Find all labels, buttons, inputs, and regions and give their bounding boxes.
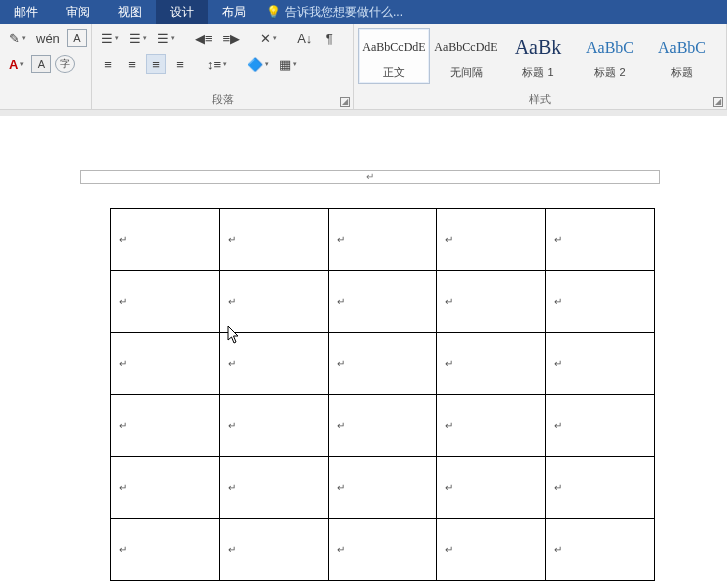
page: ↵ ↵↵↵↵↵↵↵↵↵↵↵↵↵↵↵↵↵↵↵↵↵↵↵↵↵↵↵↵↵↵ [80, 170, 660, 581]
numbering-button[interactable]: ☰▾ [126, 28, 150, 48]
paragraph-mark-icon: ↵ [366, 171, 374, 182]
horizontal-ruler-gap [0, 110, 727, 116]
ribbon: ✎▾ wén A A▾ A 字 ☰▾ ☰▾ ☰▾ [0, 24, 727, 110]
styles-group: AaBbCcDdE正文AaBbCcDdE无间隔AaBk标题 1AaBbC标题 2… [354, 24, 727, 109]
table-cell[interactable]: ↵ [111, 519, 220, 581]
style-name-label: 正文 [383, 65, 405, 80]
format-painter-button[interactable]: ✎▾ [6, 28, 29, 48]
align-left-button[interactable]: ≡ [98, 54, 118, 74]
table-cell[interactable]: ↵ [328, 271, 437, 333]
show-hide-marks-button[interactable]: ¶ [319, 28, 339, 48]
paragraph-dialog-launcher[interactable]: ◢ [340, 97, 350, 107]
multilevel-list-button[interactable]: ☰▾ [154, 28, 178, 48]
table-cell[interactable]: ↵ [219, 395, 328, 457]
character-border-button[interactable]: A [67, 29, 87, 47]
asian-layout-button[interactable]: ✕▾ [257, 28, 280, 48]
style-preview: AaBbC [647, 33, 717, 63]
align-distribute-button[interactable]: ≡ [170, 54, 190, 74]
tab-view[interactable]: 视图 [104, 0, 156, 24]
table-cell[interactable]: ↵ [111, 333, 220, 395]
table-cell[interactable]: ↵ [111, 457, 220, 519]
style-item-2[interactable]: AaBk标题 1 [502, 28, 574, 84]
style-item-4[interactable]: AaBbC标题 [646, 28, 718, 84]
borders-button[interactable]: ▦▾ [276, 54, 300, 74]
lightbulb-icon: 💡 [266, 5, 281, 19]
tab-review[interactable]: 审阅 [52, 0, 104, 24]
style-name-label: 标题 2 [594, 65, 625, 80]
phonetic-guide-button[interactable]: wén [33, 28, 63, 48]
tell-me-search[interactable]: 💡 告诉我您想要做什么... [260, 4, 403, 21]
styles-gallery[interactable]: AaBbCcDdE正文AaBbCcDdE无间隔AaBk标题 1AaBbC标题 2… [354, 24, 726, 84]
line-spacing-button[interactable]: ↕≡▾ [204, 54, 230, 74]
tab-design[interactable]: 设计 [156, 0, 208, 24]
align-justify-button[interactable]: ≡ [146, 54, 166, 74]
table-cell[interactable]: ↵ [328, 519, 437, 581]
table-row: ↵↵↵↵↵ [111, 457, 655, 519]
table-cell[interactable]: ↵ [437, 519, 546, 581]
style-preview: AaBbCcDdE [431, 33, 501, 63]
table-cell[interactable]: ↵ [437, 209, 546, 271]
document-area[interactable]: ↵ ↵↵↵↵↵↵↵↵↵↵↵↵↵↵↵↵↵↵↵↵↵↵↵↵↵↵↵↵↵↵ [0, 110, 727, 582]
align-center-button[interactable]: ≡ [122, 54, 142, 74]
ribbon-tabs: 邮件 审阅 视图 设计 布局 💡 告诉我您想要做什么... [0, 0, 727, 24]
table-cell[interactable]: ↵ [328, 395, 437, 457]
style-preview: AaBk [503, 33, 573, 63]
font-group: ✎▾ wén A A▾ A 字 [0, 24, 92, 109]
enclose-characters-button[interactable]: 字 [55, 55, 75, 73]
table-cell[interactable]: ↵ [219, 271, 328, 333]
table-cell[interactable]: ↵ [437, 333, 546, 395]
bullets-button[interactable]: ☰▾ [98, 28, 122, 48]
style-name-label: 标题 [671, 65, 693, 80]
font-color-button[interactable]: A▾ [6, 54, 27, 74]
style-preview: AaBbCcDdE [359, 33, 429, 63]
table-cell[interactable]: ↵ [546, 395, 655, 457]
increase-indent-button[interactable]: ≡▶ [220, 28, 244, 48]
style-item-1[interactable]: AaBbCcDdE无间隔 [430, 28, 502, 84]
table-cell[interactable]: ↵ [546, 457, 655, 519]
table-row: ↵↵↵↵↵ [111, 395, 655, 457]
table-cell[interactable]: ↵ [328, 333, 437, 395]
table-cell[interactable]: ↵ [111, 395, 220, 457]
shading-button[interactable]: 🔷▾ [244, 54, 272, 74]
style-item-0[interactable]: AaBbCcDdE正文 [358, 28, 430, 84]
table-cell[interactable]: ↵ [546, 209, 655, 271]
style-name-label: 无间隔 [450, 65, 483, 80]
table-row: ↵↵↵↵↵ [111, 271, 655, 333]
tab-mail[interactable]: 邮件 [0, 0, 52, 24]
table-cell[interactable]: ↵ [437, 457, 546, 519]
table-cell[interactable]: ↵ [219, 209, 328, 271]
table-cell[interactable]: ↵ [437, 395, 546, 457]
table-row: ↵↵↵↵↵ [111, 209, 655, 271]
font-group-label [0, 91, 91, 109]
table-row: ↵↵↵↵↵ [111, 333, 655, 395]
styles-dialog-launcher[interactable]: ◢ [713, 97, 723, 107]
table-cell[interactable]: ↵ [328, 209, 437, 271]
table-cell[interactable]: ↵ [546, 519, 655, 581]
sort-button[interactable]: A↓ [294, 28, 315, 48]
style-preview: AaBbC [575, 33, 645, 63]
table-width-indicator: ↵ [80, 170, 660, 190]
table-cell[interactable]: ↵ [219, 519, 328, 581]
style-name-label: 标题 1 [522, 65, 553, 80]
decrease-indent-button[interactable]: ◀≡ [192, 28, 216, 48]
tell-me-placeholder: 告诉我您想要做什么... [285, 4, 403, 21]
paragraph-group: ☰▾ ☰▾ ☰▾ ◀≡ ≡▶ ✕▾ A↓ ¶ ≡ ≡ ≡ ≡ [92, 24, 354, 109]
table-row: ↵↵↵↵↵ [111, 519, 655, 581]
paragraph-group-label: 段落 ◢ [92, 91, 353, 109]
table-cell[interactable]: ↵ [111, 209, 220, 271]
tab-layout[interactable]: 布局 [208, 0, 260, 24]
table-cell[interactable]: ↵ [219, 457, 328, 519]
table-cell[interactable]: ↵ [219, 333, 328, 395]
table-cell[interactable]: ↵ [437, 271, 546, 333]
table-cell[interactable]: ↵ [328, 457, 437, 519]
table-cell[interactable]: ↵ [546, 333, 655, 395]
character-shading-button[interactable]: A [31, 55, 51, 73]
style-item-3[interactable]: AaBbC标题 2 [574, 28, 646, 84]
document-table[interactable]: ↵↵↵↵↵↵↵↵↵↵↵↵↵↵↵↵↵↵↵↵↵↵↵↵↵↵↵↵↵↵ [110, 208, 655, 581]
styles-group-label: 样式 ◢ [354, 91, 726, 109]
table-cell[interactable]: ↵ [546, 271, 655, 333]
table-cell[interactable]: ↵ [111, 271, 220, 333]
